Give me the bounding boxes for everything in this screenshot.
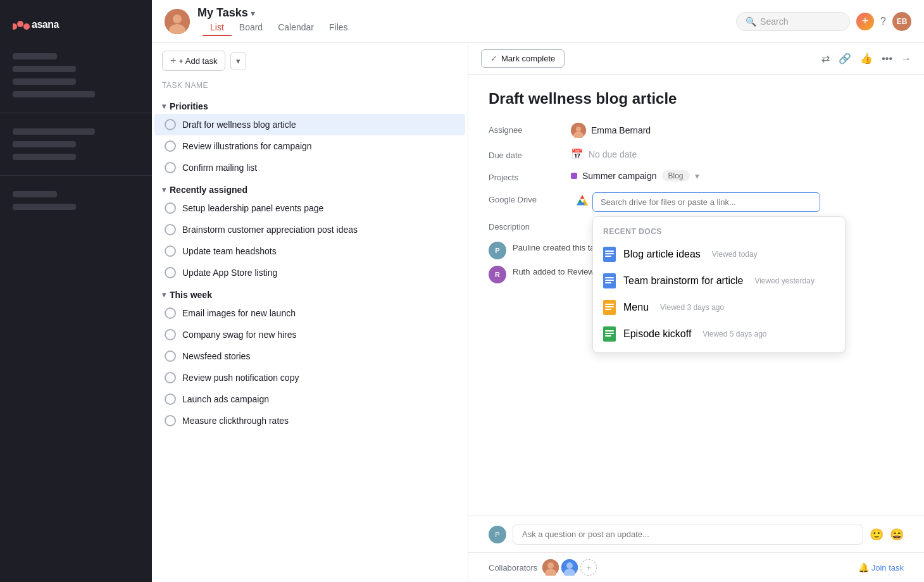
task-checkbox[interactable] [165, 267, 176, 278]
tab-files[interactable]: Files [322, 20, 356, 36]
svg-rect-20 [605, 306, 614, 307]
project-tag[interactable]: Blog [662, 170, 690, 182]
task-checkbox[interactable] [165, 140, 176, 152]
task-item-launch-ads[interactable]: Launch ads campaign [154, 388, 465, 410]
emoji-button-2[interactable]: 😄 [890, 528, 904, 542]
sidebar-divider-2 [0, 175, 152, 176]
task-item-update-appstore[interactable]: Update App Store listing [154, 262, 465, 283]
projects-value: Summer campaign Blog ▾ [571, 170, 699, 182]
user-avatar [165, 9, 190, 34]
svg-rect-16 [605, 280, 614, 281]
task-checkbox[interactable] [165, 119, 176, 130]
svg-point-1 [23, 23, 30, 30]
section-title-priorities: Priorities [170, 101, 208, 111]
mark-complete-label: Mark complete [501, 54, 555, 63]
doc-name-blog-ideas: Blog article ideas [623, 249, 701, 260]
task-name: Draft for wellness blog article [182, 120, 296, 130]
detail-toolbar-right: ⇄ 🔗 👍 ••• → [821, 53, 911, 65]
gdrive-icon-area [576, 192, 904, 212]
section-priorities: ▾ Priorities [152, 95, 468, 114]
task-checkbox[interactable] [165, 245, 176, 257]
svg-rect-25 [605, 335, 611, 337]
task-checkbox[interactable] [165, 202, 176, 214]
doc-item-menu[interactable]: Menu Viewed 3 days ago [593, 294, 845, 321]
doc-item-episode-kickoff[interactable]: Episode kickoff Viewed 5 days ago [593, 321, 845, 347]
gdrive-search-input[interactable] [592, 192, 820, 212]
topbar: My Tasks ▾ List Board Calendar Files 🔍 S… [152, 0, 924, 43]
task-item-leadership-panel[interactable]: Setup leadership panel events page [154, 197, 465, 219]
section-title-recently: Recently assigned [170, 185, 247, 195]
collaborator-avatar-2 [561, 559, 578, 576]
task-item-update-headshots[interactable]: Update team headshots [154, 240, 465, 262]
doc-icon-blue-2 [603, 273, 616, 288]
emoji-button-1[interactable]: 🙂 [870, 528, 883, 542]
svg-point-30 [566, 562, 573, 569]
svg-point-5 [173, 15, 182, 23]
doc-item-team-brainstorm[interactable]: Team brainstorm for article Viewed yeste… [593, 268, 845, 294]
due-date-text: No due date [589, 149, 637, 159]
more-options-button[interactable]: ••• [882, 53, 892, 65]
task-name: Brainstorm customer appreciation post id… [182, 225, 358, 235]
task-checkbox[interactable] [165, 307, 176, 319]
task-checkbox[interactable] [165, 393, 176, 405]
doc-meta-blog-ideas: Viewed today [712, 250, 758, 259]
task-item-confirm-mailing[interactable]: Confirm mailing list [154, 157, 465, 178]
comment-input[interactable] [513, 524, 863, 545]
topbar-right: 🔍 Search + ? EB [736, 12, 911, 31]
add-collaborator-button[interactable]: + [580, 559, 597, 576]
task-item-brainstorm-customer[interactable]: Brainstorm customer appreciation post id… [154, 219, 465, 240]
gdrive-value: Recent docs Blog article ideas [576, 192, 904, 212]
page-title-chevron-icon[interactable]: ▾ [251, 8, 255, 18]
gdrive-icon [576, 194, 589, 206]
svg-point-0 [17, 21, 23, 27]
task-checkbox[interactable] [165, 415, 176, 426]
mark-complete-button[interactable]: ✓ Mark complete [481, 49, 565, 68]
search-box[interactable]: 🔍 Search [736, 12, 850, 31]
like-icon-button[interactable]: 👍 [860, 53, 873, 65]
join-task-button[interactable]: 🔔 Join task [858, 562, 904, 573]
detail-panel: ✓ Mark complete ⇄ 🔗 👍 ••• → Draft wellne… [468, 43, 924, 582]
task-item-email-images[interactable]: Email images for new launch [154, 302, 465, 324]
profile-avatar[interactable]: EB [892, 12, 911, 31]
add-task-button[interactable]: + + Add task [162, 51, 225, 71]
assign-icon-button[interactable]: ⇄ [821, 53, 830, 65]
sidebar-divider-1 [0, 113, 152, 113]
checkmark-icon: ✓ [490, 54, 497, 63]
task-item-company-swag[interactable]: Company swag for new hires [154, 324, 465, 345]
task-name: Setup leadership panel events page [182, 203, 323, 213]
nav-skeleton-6 [13, 141, 76, 147]
task-checkbox[interactable] [165, 329, 176, 340]
task-checkbox[interactable] [165, 224, 176, 235]
due-date-value[interactable]: 📅 No due date [571, 148, 637, 160]
create-button[interactable]: + [856, 13, 874, 30]
link-icon-button[interactable]: 🔗 [839, 53, 851, 65]
project-chevron-icon[interactable]: ▾ [695, 171, 699, 181]
section-chevron-priorities[interactable]: ▾ [162, 102, 166, 111]
tab-board[interactable]: Board [232, 20, 270, 36]
help-icon[interactable]: ? [880, 16, 886, 27]
section-chevron-this-week[interactable]: ▾ [162, 290, 166, 299]
task-item-review-illustrations[interactable]: Review illustrations for campaign [154, 135, 465, 157]
activity-avatar-ruth: R [489, 266, 506, 283]
task-item-measure-clickthrough[interactable]: Measure clickthrough rates [154, 410, 465, 431]
task-item-draft-wellness[interactable]: Draft for wellness blog article [154, 114, 465, 135]
recent-docs-label: Recent docs [593, 225, 845, 241]
doc-meta-team-brainstorm: Viewed yesterday [754, 276, 815, 285]
doc-item-blog-article-ideas[interactable]: Blog article ideas Viewed today [593, 241, 845, 268]
tab-list[interactable]: List [203, 20, 232, 36]
task-toolbar: + + Add task ▾ [152, 43, 468, 78]
asana-logo: asana [13, 16, 63, 35]
section-chevron-recently[interactable]: ▾ [162, 185, 166, 194]
tab-calendar[interactable]: Calendar [270, 20, 322, 36]
close-panel-button[interactable]: → [901, 53, 911, 65]
task-checkbox[interactable] [165, 162, 176, 173]
section-this-week: ▾ This week [152, 283, 468, 302]
svg-rect-13 [605, 256, 611, 257]
gdrive-label: Google Drive [489, 192, 571, 204]
project-name[interactable]: Summer campaign [582, 171, 657, 181]
task-checkbox[interactable] [165, 372, 176, 383]
task-item-review-push[interactable]: Review push notification copy [154, 367, 465, 388]
task-item-newsfeed-stories[interactable]: Newsfeed stories [154, 345, 465, 367]
task-checkbox[interactable] [165, 350, 176, 362]
add-task-dropdown-button[interactable]: ▾ [230, 52, 246, 70]
